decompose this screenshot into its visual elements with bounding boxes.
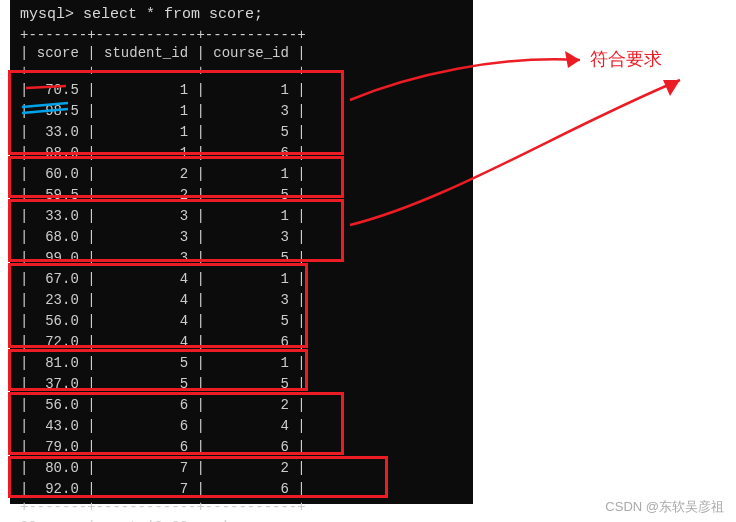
col-score: score (37, 45, 79, 61)
table-row: | 81.0 | 5 | 1 | (10, 353, 473, 374)
col-course-id: course_id (213, 45, 289, 61)
annotation-label: 符合要求 (590, 47, 662, 71)
table-row: | 23.0 | 4 | 3 | (10, 290, 473, 311)
table-row: | 43.0 | 6 | 4 | (10, 416, 473, 437)
table-row: | 67.0 | 4 | 1 | (10, 269, 473, 290)
table-row: | 60.0 | 2 | 1 | (10, 164, 473, 185)
table-row: | 80.0 | 7 | 2 | (10, 458, 473, 479)
table-border-mid: +-------+------------+-----------+ (10, 64, 473, 79)
table-border-top: +-------+------------+-----------+ (10, 28, 473, 43)
arrow-2-head (663, 80, 680, 96)
table-row: | 59.5 | 2 | 5 | (10, 185, 473, 206)
col-student-id: student_id (104, 45, 188, 61)
table-row: | 56.0 | 6 | 2 | (10, 395, 473, 416)
table-row: | 37.0 | 5 | 5 | (10, 374, 473, 395)
table-row: | 99.0 | 3 | 5 | (10, 248, 473, 269)
table-row: | 98.5 | 1 | 3 | (10, 101, 473, 122)
table-rows-container: | 70.5 | 1 | 1 || 98.5 | 1 | 3 || 33.0 |… (10, 80, 473, 500)
table-row: | 68.0 | 3 | 3 | (10, 227, 473, 248)
table-row: | 79.0 | 6 | 6 | (10, 437, 473, 458)
table-header: | score | student_id | course_id | (10, 43, 473, 64)
table-row: | 92.0 | 7 | 6 | (10, 479, 473, 500)
table-row: | 98.0 | 1 | 6 | (10, 143, 473, 164)
sql-prompt: mysql> select * from score; (10, 6, 473, 24)
table-row: | 56.0 | 4 | 5 | (10, 311, 473, 332)
table-row: | 72.0 | 4 | 6 | (10, 332, 473, 353)
mysql-terminal: mysql> select * from score; +-------+---… (10, 0, 473, 504)
table-row: | 70.5 | 1 | 1 | (10, 80, 473, 101)
table-row: | 33.0 | 3 | 1 | (10, 206, 473, 227)
watermark: CSDN @东软吴彦祖 (605, 498, 724, 516)
table-row: | 33.0 | 1 | 5 | (10, 122, 473, 143)
table-border-bottom: +-------+------------+-----------+ (10, 500, 473, 515)
arrow-1-head (565, 51, 580, 68)
